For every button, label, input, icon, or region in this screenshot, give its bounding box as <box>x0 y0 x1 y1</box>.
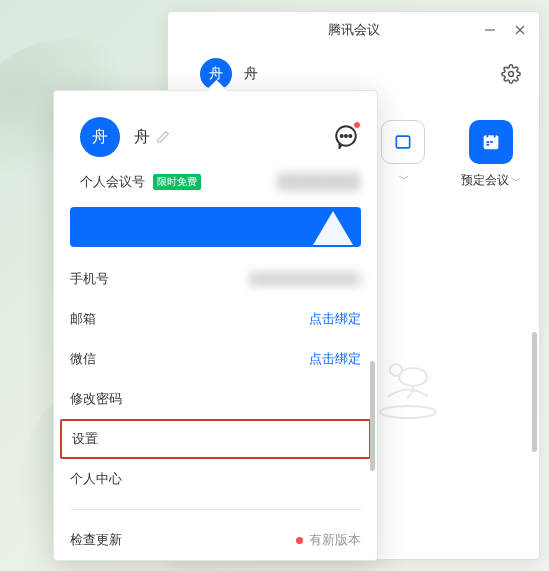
personal-meeting-id-label: 个人会议号 <box>80 173 145 191</box>
avatar[interactable]: 舟 <box>80 117 120 157</box>
divider <box>70 509 361 510</box>
empty-illustration <box>368 342 448 422</box>
titlebar: 腾讯会议 <box>168 12 539 48</box>
svg-rect-9 <box>486 141 489 143</box>
notification-dot <box>353 121 361 129</box>
svg-rect-11 <box>486 144 489 146</box>
schedule-meeting-button[interactable]: 预定会议﹀ <box>461 120 521 189</box>
profile-center-label: 个人中心 <box>70 470 122 488</box>
svg-point-14 <box>390 364 402 376</box>
schedule-label: 预定会议 <box>461 172 509 189</box>
update-dot <box>296 537 303 544</box>
change-password-label: 修改密码 <box>70 390 122 408</box>
svg-rect-10 <box>490 141 493 143</box>
scrollbar-thumb[interactable] <box>370 361 375 471</box>
messages-icon[interactable] <box>333 123 359 149</box>
scrollbar-thumb[interactable] <box>532 332 537 452</box>
profile-popover: 舟 舟 个人会议号 限时免费 手机号 邮箱 点击绑定 <box>53 90 378 561</box>
svg-point-13 <box>399 368 427 386</box>
settings-label: 设置 <box>72 430 98 448</box>
feedback-row[interactable]: 吐个槽 <box>70 560 361 571</box>
svg-point-3 <box>509 72 514 77</box>
profile-center-row[interactable]: 个人中心 <box>70 459 361 499</box>
svg-point-12 <box>380 406 436 418</box>
svg-point-16 <box>341 135 343 137</box>
wechat-bind-link[interactable]: 点击绑定 <box>309 350 361 368</box>
personal-meeting-id-value <box>279 173 361 191</box>
action-item[interactable]: ﹀ <box>381 120 425 186</box>
minimize-button[interactable] <box>475 12 505 48</box>
svg-rect-6 <box>484 136 499 140</box>
phone-value <box>251 272 361 286</box>
phone-row[interactable]: 手机号 <box>70 259 361 299</box>
primary-action-button[interactable] <box>70 207 361 247</box>
username-label: 舟 <box>134 127 150 148</box>
check-update-row[interactable]: 检查更新 有新版本 <box>70 520 361 560</box>
free-badge: 限时免费 <box>153 174 201 190</box>
action-tile-icon <box>381 120 425 164</box>
svg-point-18 <box>349 135 351 137</box>
wechat-label: 微信 <box>70 350 96 368</box>
email-row[interactable]: 邮箱 点击绑定 <box>70 299 361 339</box>
phone-label: 手机号 <box>70 270 109 288</box>
update-status: 有新版本 <box>309 532 361 547</box>
close-button[interactable] <box>505 12 535 48</box>
chevron-down-icon: ﹀ <box>511 174 521 188</box>
settings-row[interactable]: 设置 <box>60 419 371 459</box>
check-update-label: 检查更新 <box>70 531 122 549</box>
change-password-row[interactable]: 修改密码 <box>70 379 361 419</box>
chevron-down-icon: ﹀ <box>399 172 409 186</box>
edit-icon[interactable] <box>156 130 170 144</box>
email-label: 邮箱 <box>70 310 96 328</box>
email-bind-link[interactable]: 点击绑定 <box>309 310 361 328</box>
svg-point-17 <box>345 135 347 137</box>
window-title: 腾讯会议 <box>328 21 380 39</box>
svg-rect-4 <box>396 136 409 148</box>
settings-gear-icon[interactable] <box>501 64 521 84</box>
calendar-icon <box>469 120 513 164</box>
username-label: 舟 <box>244 65 258 83</box>
wechat-row[interactable]: 微信 点击绑定 <box>70 339 361 379</box>
